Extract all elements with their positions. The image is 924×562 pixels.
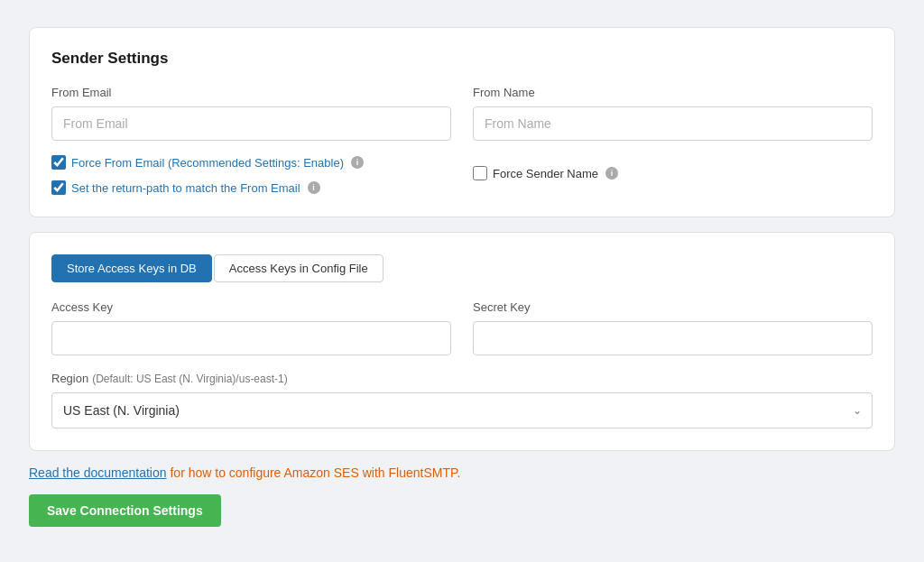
region-label-note: (Default: US East (N. Virginia)/us-east-… <box>92 373 288 385</box>
tab-config-file-button[interactable]: Access Keys in Config File <box>214 254 383 282</box>
documentation-link[interactable]: Read the documentation <box>29 465 167 480</box>
force-from-email-label[interactable]: Force From Email (Recommended Settings: … <box>71 156 344 170</box>
set-return-path-checkbox[interactable] <box>51 180 66 195</box>
sender-fields-row: From Email From Name <box>51 86 873 141</box>
region-select[interactable]: US East (N. Virginia) US East (Ohio) US … <box>51 392 873 428</box>
tab-store-db-button[interactable]: Store Access Keys in DB <box>51 254 212 282</box>
sender-settings-title: Sender Settings <box>51 50 873 68</box>
from-name-label: From Name <box>473 86 873 99</box>
from-email-group: From Email <box>51 86 451 141</box>
left-checkboxes: Force From Email (Recommended Settings: … <box>51 144 451 195</box>
force-sender-name-label[interactable]: Force Sender Name <box>493 167 598 180</box>
set-return-path-row: Set the return-path to match the From Em… <box>51 180 451 195</box>
from-email-label: From Email <box>51 86 451 99</box>
set-return-path-label[interactable]: Set the return-path to match the From Em… <box>71 181 300 195</box>
secret-key-group: Secret Key <box>473 300 873 355</box>
from-name-group: From Name <box>473 86 873 141</box>
sender-settings-card: Sender Settings From Email From Name For… <box>29 27 895 217</box>
region-group: Region (Default: US East (N. Virginia)/u… <box>51 372 873 428</box>
access-key-group: Access Key <box>51 300 451 355</box>
tab-row: Store Access Keys in DB Access Keys in C… <box>51 254 873 282</box>
save-connection-settings-button[interactable]: Save Connection Settings <box>29 494 221 527</box>
force-sender-name-row: Force Sender Name i <box>473 166 618 180</box>
force-sender-name-checkbox[interactable] <box>473 166 487 180</box>
access-key-label: Access Key <box>51 300 451 314</box>
force-sender-name-info-icon: i <box>605 167 618 180</box>
right-checkboxes: Force Sender Name i <box>473 144 873 195</box>
secret-key-input[interactable] <box>473 321 873 355</box>
access-key-input[interactable] <box>51 321 451 355</box>
force-from-email-info-icon: i <box>351 156 364 169</box>
region-select-wrapper: US East (N. Virginia) US East (Ohio) US … <box>51 392 873 428</box>
force-from-email-checkbox[interactable] <box>51 155 66 170</box>
connection-settings-card: Store Access Keys in DB Access Keys in C… <box>29 232 895 451</box>
documentation-row: Read the documentation for how to config… <box>29 465 895 480</box>
keys-row: Access Key Secret Key <box>51 300 873 355</box>
region-label-row: Region (Default: US East (N. Virginia)/u… <box>51 372 873 385</box>
set-return-path-info-icon: i <box>308 181 320 194</box>
from-email-input[interactable] <box>51 106 451 141</box>
checkboxes-row: Force From Email (Recommended Settings: … <box>51 144 873 195</box>
force-from-email-row: Force From Email (Recommended Settings: … <box>51 155 451 170</box>
region-label-text: Region <box>51 372 88 385</box>
secret-key-label: Secret Key <box>473 300 873 314</box>
documentation-body: for how to configure Amazon SES with Flu… <box>167 465 461 480</box>
from-name-input[interactable] <box>473 106 873 141</box>
